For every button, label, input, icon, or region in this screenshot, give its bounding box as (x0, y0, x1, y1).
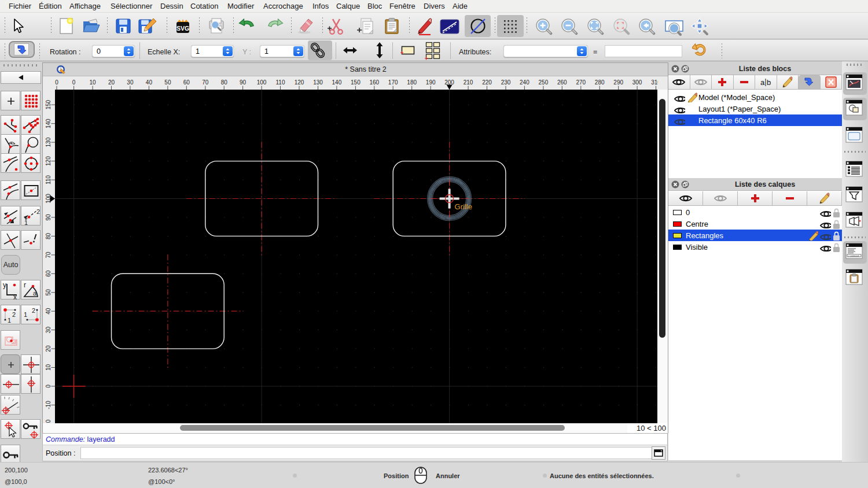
svg-text:80: 80 (221, 79, 228, 86)
svg-text:210: 210 (464, 79, 473, 86)
svg-text:190: 190 (426, 79, 436, 86)
svg-text:120: 120 (45, 156, 52, 166)
svg-text:0: 0 (45, 385, 52, 388)
svg-text:100: 100 (257, 79, 267, 86)
svg-text:0: 0 (55, 79, 58, 86)
svg-text:50: 50 (45, 289, 52, 296)
svg-text:150: 150 (351, 79, 361, 86)
svg-text:r: r (24, 281, 26, 289)
svg-text:Grille: Grille (455, 202, 472, 211)
svg-text:20: 20 (45, 345, 52, 352)
svg-text:-20: -20 (45, 419, 52, 423)
svg-text:40: 40 (45, 308, 52, 315)
svg-text:240: 240 (520, 79, 529, 86)
svg-text:300: 300 (632, 79, 642, 86)
svg-text:170: 170 (388, 79, 398, 86)
svg-text:90: 90 (45, 214, 52, 221)
svg-text:1: 1 (24, 311, 27, 318)
svg-text:2: 2 (32, 307, 35, 314)
svg-text:20: 20 (108, 79, 115, 86)
svg-text:160: 160 (369, 79, 379, 86)
svg-text:0: 0 (72, 79, 76, 86)
svg-text:250: 250 (539, 79, 549, 86)
svg-text:290: 290 (613, 79, 623, 86)
svg-text:b: b (767, 78, 771, 87)
svg-text:1: 1 (24, 219, 28, 226)
svg-text:30: 30 (45, 327, 52, 334)
svg-text:140: 140 (332, 79, 342, 86)
svg-text:-10: -10 (45, 401, 52, 409)
svg-text:10: 10 (90, 79, 97, 86)
svg-text:120: 120 (295, 79, 304, 86)
svg-text:310: 310 (651, 79, 658, 86)
svg-text:130: 130 (45, 137, 52, 147)
svg-text:2: 2 (36, 208, 40, 215)
svg-text:140: 140 (45, 119, 52, 128)
svg-text:130: 130 (313, 79, 323, 86)
svg-text:60: 60 (45, 270, 52, 277)
svg-text:70: 70 (202, 79, 209, 86)
svg-text:1: 1 (8, 317, 11, 324)
svg-text:SVG: SVG (176, 25, 189, 32)
svg-text:y: y (3, 281, 6, 289)
svg-text:230: 230 (501, 79, 511, 86)
svg-text:80: 80 (45, 232, 52, 239)
svg-text:110: 110 (276, 79, 285, 86)
svg-text:280: 280 (595, 79, 605, 86)
svg-text:10: 10 (45, 364, 52, 371)
svg-text:260: 260 (557, 79, 567, 86)
svg-text:30: 30 (127, 79, 134, 86)
svg-text:200: 200 (444, 79, 454, 86)
svg-text:180: 180 (407, 79, 417, 86)
svg-text:c command: c command (848, 255, 859, 257)
svg-text:90: 90 (240, 79, 247, 86)
svg-text:2: 2 (12, 311, 16, 318)
svg-text:a: a (33, 290, 37, 297)
svg-text:50: 50 (164, 79, 171, 86)
svg-text:a: a (760, 78, 765, 87)
svg-text:60: 60 (183, 79, 190, 86)
svg-text:150: 150 (45, 99, 52, 109)
svg-text:220: 220 (482, 79, 492, 86)
svg-text:270: 270 (576, 79, 586, 86)
svg-text:x: x (13, 293, 17, 300)
svg-text:40: 40 (146, 79, 153, 86)
svg-text:110: 110 (45, 175, 52, 184)
svg-text:70: 70 (45, 252, 52, 258)
